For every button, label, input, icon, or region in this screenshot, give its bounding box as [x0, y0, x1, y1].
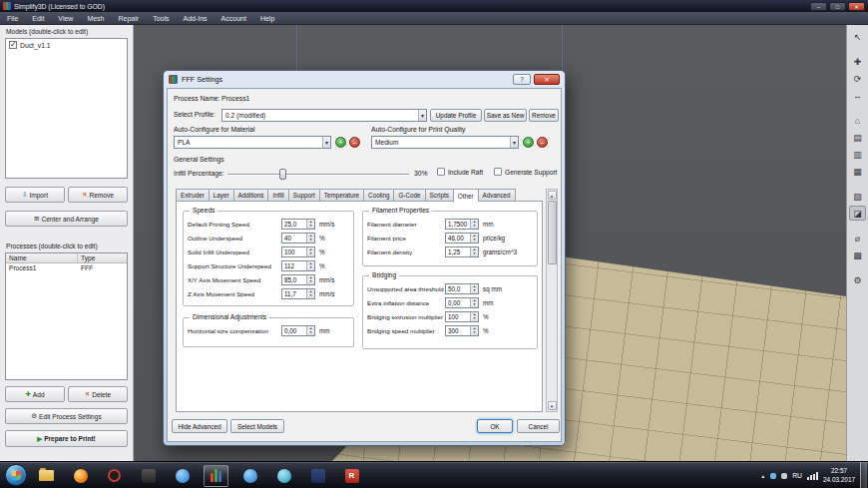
- spin-arrows-icon[interactable]: [470, 220, 478, 229]
- spin-input[interactable]: [446, 220, 470, 229]
- profile-select[interactable]: 0.2 (modified): [221, 109, 427, 122]
- spin-input[interactable]: [282, 326, 306, 335]
- tray-expand-icon[interactable]: ▲: [760, 473, 765, 479]
- menu-item[interactable]: Repair: [112, 15, 147, 22]
- rotate-tool-icon[interactable]: ⟳: [849, 71, 866, 86]
- spin-input[interactable]: [446, 298, 470, 307]
- start-button[interactable]: [5, 464, 27, 486]
- scroll-up-icon[interactable]: ▲: [548, 191, 557, 200]
- network-icon[interactable]: [807, 472, 818, 480]
- app-r-icon[interactable]: R: [339, 465, 364, 487]
- machine-settings-icon[interactable]: ⚙: [849, 272, 866, 287]
- models-list[interactable]: Duct_v1.1: [5, 38, 128, 179]
- spin-arrows-icon[interactable]: [470, 326, 478, 335]
- spin-arrows-icon[interactable]: [470, 298, 478, 307]
- menu-item[interactable]: Add-Ins: [176, 15, 214, 22]
- spin-input[interactable]: [282, 289, 306, 298]
- scroll-down-icon[interactable]: ▼: [548, 401, 557, 410]
- support-tool-icon[interactable]: ▩: [849, 247, 866, 262]
- delete-process-button[interactable]: ✕ Delete: [68, 386, 128, 402]
- remove-quality-button[interactable]: –: [537, 137, 548, 148]
- tray-app-icon[interactable]: [770, 473, 776, 479]
- spin-input[interactable]: [446, 284, 470, 293]
- menu-item[interactable]: File: [0, 15, 25, 22]
- spinbox[interactable]: [445, 297, 479, 308]
- infill-slider-handle[interactable]: [279, 169, 286, 180]
- menu-item[interactable]: Tools: [146, 15, 176, 22]
- menu-item[interactable]: Mesh: [80, 15, 111, 22]
- app-dark-icon[interactable]: [136, 465, 161, 487]
- quality-select[interactable]: Medium: [371, 136, 519, 149]
- spinbox[interactable]: [445, 219, 479, 230]
- spin-input[interactable]: [446, 234, 470, 243]
- spinbox[interactable]: [445, 325, 479, 336]
- spin-arrows-icon[interactable]: [306, 289, 314, 298]
- spin-input[interactable]: [282, 247, 306, 256]
- dialog-titlebar[interactable]: FFF Settings ? ✕: [164, 71, 565, 88]
- spin-input[interactable]: [282, 220, 306, 229]
- view-home-icon[interactable]: ⌂: [849, 113, 866, 128]
- spin-input[interactable]: [282, 261, 306, 270]
- spinbox[interactable]: [445, 233, 479, 244]
- spinbox[interactable]: [281, 325, 315, 336]
- add-quality-button[interactable]: +: [523, 137, 534, 148]
- cancel-button[interactable]: Cancel: [517, 419, 560, 433]
- spin-arrows-icon[interactable]: [306, 247, 314, 256]
- process-row[interactable]: Process1 FFF: [6, 263, 127, 272]
- generate-support-box[interactable]: [494, 168, 502, 176]
- view-front-icon[interactable]: ▥: [849, 147, 866, 162]
- spinbox[interactable]: [281, 274, 315, 285]
- app-navy-icon[interactable]: [305, 465, 330, 487]
- model-list-item[interactable]: Duct_v1.1: [6, 39, 127, 51]
- process-name-value[interactable]: Process1: [221, 95, 249, 102]
- model-visibility-checkbox[interactable]: [9, 41, 17, 49]
- app-blue-icon-2[interactable]: [237, 465, 262, 487]
- select-models-button[interactable]: Select Models: [230, 419, 284, 433]
- spin-input[interactable]: [446, 326, 470, 335]
- spinbox[interactable]: [281, 233, 315, 244]
- select-tool-icon[interactable]: ↖: [849, 29, 866, 44]
- translate-tool-icon[interactable]: ✚: [849, 54, 866, 69]
- dialog-help-icon[interactable]: ?: [513, 74, 531, 85]
- cross-section-tool-icon[interactable]: ◪: [849, 206, 866, 221]
- material-select[interactable]: PLA: [174, 136, 331, 149]
- scale-tool-icon[interactable]: ↔: [849, 88, 866, 103]
- opera-icon[interactable]: [102, 465, 127, 487]
- app-teal-icon[interactable]: [271, 465, 296, 487]
- remove-model-button[interactable]: ✕ Remove: [68, 187, 128, 203]
- save-as-new-button[interactable]: Save as New: [484, 109, 527, 122]
- prepare-to-print-button[interactable]: ▶ Prepare to Print!: [5, 430, 128, 447]
- scrollbar-thumb[interactable]: [548, 201, 557, 264]
- remove-profile-button[interactable]: Remove: [529, 109, 559, 122]
- language-indicator[interactable]: RU: [792, 472, 802, 479]
- spin-arrows-icon[interactable]: [470, 284, 478, 293]
- menu-item[interactable]: Account: [215, 15, 253, 22]
- spin-arrows-icon[interactable]: [306, 261, 314, 270]
- app-blue-icon[interactable]: [170, 465, 195, 487]
- add-material-button[interactable]: +: [335, 137, 346, 148]
- maximize-icon[interactable]: □: [829, 2, 846, 11]
- hide-advanced-button[interactable]: Hide Advanced: [172, 419, 227, 433]
- process-table[interactable]: Name Type Process1 FFF: [5, 252, 128, 380]
- clock[interactable]: 22:57 24.03.2017: [823, 467, 855, 484]
- spin-input[interactable]: [282, 234, 306, 243]
- menu-item[interactable]: Help: [253, 15, 281, 22]
- view-side-icon[interactable]: ▦: [849, 164, 866, 179]
- import-button[interactable]: ⇩ Import: [5, 187, 65, 203]
- spin-arrows-icon[interactable]: [306, 220, 314, 229]
- spin-arrows-icon[interactable]: [306, 326, 314, 335]
- spin-arrows-icon[interactable]: [306, 275, 314, 284]
- menu-item[interactable]: View: [51, 15, 80, 22]
- spin-arrows-icon[interactable]: [470, 247, 478, 256]
- view-iso-icon[interactable]: ▧: [849, 189, 866, 204]
- ok-button[interactable]: OK: [477, 419, 513, 433]
- spinbox[interactable]: [281, 246, 315, 257]
- edit-process-settings-button[interactable]: ⚙ Edit Process Settings: [5, 408, 128, 424]
- explorer-icon[interactable]: [34, 465, 59, 487]
- spin-arrows-icon[interactable]: [470, 312, 478, 321]
- menu-item[interactable]: Edit: [25, 15, 51, 22]
- infill-slider[interactable]: [227, 169, 409, 180]
- spinbox[interactable]: [281, 219, 315, 230]
- spinbox[interactable]: [445, 311, 479, 322]
- measure-tool-icon[interactable]: ⌀: [849, 231, 866, 245]
